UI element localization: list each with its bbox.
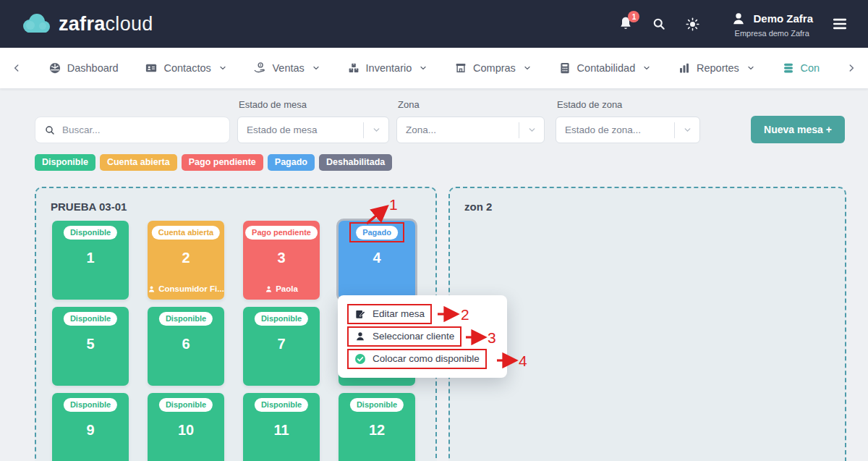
table-number: 7 [243, 336, 320, 352]
nav-item-reportes[interactable]: Reportes [678, 62, 755, 75]
content-area: Estado de mesa Estado de mesa Zona Zona.… [0, 88, 868, 461]
table-status-badge: Disponible [64, 226, 117, 240]
notification-badge: 1 [628, 11, 639, 22]
topbar: zafracloud 1 [0, 0, 868, 48]
table-number: 4 [339, 250, 415, 266]
table-number: 11 [243, 422, 320, 439]
edit-icon [354, 308, 366, 320]
brand-name: zafracloud [59, 13, 153, 35]
table-card[interactable]: Disponible 7 [243, 307, 320, 386]
person-icon [265, 285, 273, 293]
zone-select[interactable]: Zona... [396, 117, 545, 143]
annotation-box [349, 222, 404, 242]
search-input[interactable] [62, 124, 221, 135]
context-menu-label: Colocar como disponible [373, 352, 480, 366]
person-icon [148, 285, 156, 293]
user-name: Demo Zafra [753, 12, 813, 25]
table-card[interactable]: Disponible 6 [148, 307, 224, 386]
nav-item-compras[interactable]: Compras [454, 62, 532, 75]
table-status-badge: Disponible [159, 398, 213, 412]
nav-item-label: Contabilidad [577, 62, 636, 74]
table-card[interactable]: Disponible 10 [148, 393, 224, 461]
theme-toggle-button[interactable] [685, 17, 700, 32]
table-status-badge: Disponible [255, 312, 308, 326]
contacts-icon [145, 62, 158, 75]
table-number: 5 [52, 336, 129, 352]
zone-state-select[interactable]: Estado de zona... [556, 117, 700, 143]
avatar-icon [731, 11, 746, 27]
context-menu-label: Seleccionar cliente [373, 329, 454, 344]
zone-panel-zon2: zon 2 [448, 187, 846, 461]
table-status-badge: Pago pendiente [245, 226, 318, 240]
table-card[interactable]: Disponible 5 [52, 307, 129, 386]
table-number: 6 [148, 336, 224, 352]
nav-item-label: Con [801, 62, 820, 74]
stack-icon [782, 62, 795, 75]
table-number: 10 [148, 422, 224, 439]
legend-badge-deshabilitada: Deshabilitada [319, 154, 392, 171]
nav-item-contabilidad[interactable]: Contabilidad [558, 62, 652, 75]
table-status-badge: Cuenta abierta [152, 226, 220, 240]
table-card[interactable]: Pago pendiente 3 Paola [243, 221, 320, 300]
nav-item-dashboard[interactable]: Dashboard [48, 62, 119, 75]
context-menu-item-select-client[interactable]: Seleccionar cliente [347, 326, 461, 347]
search-button[interactable] [652, 17, 666, 31]
reports-icon [678, 62, 691, 75]
topbar-actions: 1 [618, 11, 848, 38]
nav-item-ventas[interactable]: Ventas [253, 62, 320, 75]
new-table-button[interactable]: Nueva mesa + [751, 116, 845, 143]
legend-badge-cuenta-abierta: Cuenta abierta [100, 154, 177, 171]
accounting-icon [558, 62, 571, 75]
nav-item-label: Compras [473, 62, 516, 74]
table-state-select[interactable]: Estado de mesa [237, 117, 389, 143]
table-card[interactable]: Disponible 11 [243, 393, 320, 461]
table-client-name: Paola [276, 284, 298, 293]
chevron-down-icon [642, 64, 651, 72]
table-status-badge: Disponible [64, 398, 117, 412]
context-menu-item-set-available[interactable]: Colocar como disponible [347, 349, 487, 369]
user-menu[interactable]: Demo Zafra Empresa demo Zafra [731, 11, 813, 38]
zone-state-value: Estado de zona... [556, 124, 674, 135]
table-card[interactable]: Disponible 12 [339, 393, 415, 461]
nav-item-label: Ventas [272, 62, 304, 74]
nav-scroll-right-button[interactable] [846, 63, 856, 73]
table-card[interactable]: Disponible 9 [52, 393, 129, 461]
table-client-name: Consumidor Fi... [158, 284, 224, 293]
table-number: 9 [52, 422, 129, 439]
chevron-down-icon [675, 125, 699, 135]
zone-title: zon 2 [450, 188, 845, 213]
nav-item-contactos[interactable]: Contactos [145, 62, 226, 75]
chevron-down-icon [312, 64, 320, 72]
table-number: 3 [243, 250, 320, 266]
chevron-down-icon [746, 64, 755, 72]
table-state-label: Estado de mesa [239, 99, 307, 110]
hamburger-icon [832, 17, 848, 30]
sales-icon [253, 62, 266, 75]
zone-value: Zona... [397, 124, 519, 135]
zone-state-label: Estado de zona [557, 99, 622, 110]
table-card[interactable]: Pagado 4 [339, 221, 415, 300]
app-screen: zafracloud 1 [0, 0, 868, 461]
search-field[interactable] [35, 117, 230, 143]
chevron-left-icon [12, 63, 22, 73]
table-card[interactable]: Cuenta abierta 2 Consumidor Fi... [148, 221, 224, 300]
nav-item-configuracion[interactable]: Con [782, 62, 820, 75]
nav-item-inventario[interactable]: Inventario [347, 62, 428, 75]
nav-scroll-left-button[interactable] [12, 63, 22, 73]
brand-logo[interactable]: zafracloud [20, 12, 153, 35]
sun-icon [685, 17, 700, 32]
context-menu-item-edit[interactable]: Editar mesa [347, 304, 432, 324]
table-client: Paola [243, 284, 320, 293]
check-circle-icon [354, 353, 366, 365]
notifications-button[interactable]: 1 [618, 16, 633, 32]
table-number: 12 [339, 422, 415, 439]
purchases-icon [454, 62, 467, 75]
table-number: 2 [148, 250, 224, 266]
table-card[interactable]: Disponible 1 [52, 221, 129, 300]
nav-item-label: Contactos [163, 62, 210, 74]
dashboard-icon [48, 62, 61, 75]
user-company: Empresa demo Zafra [735, 29, 809, 38]
chevron-down-icon [364, 125, 388, 135]
chevron-down-icon [419, 64, 427, 72]
hamburger-menu-button[interactable] [832, 17, 848, 30]
